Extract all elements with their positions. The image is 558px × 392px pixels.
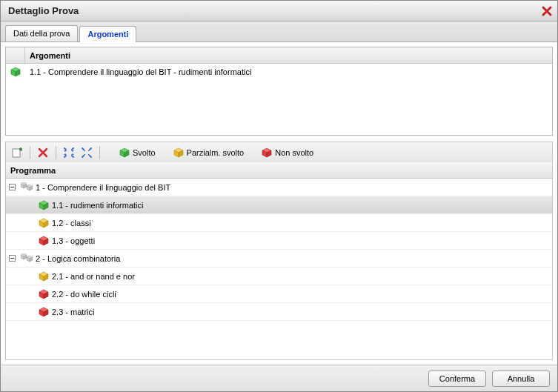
- window-title: Dettaglio Prova: [8, 5, 541, 16]
- legend-label: Non svolto: [275, 148, 313, 157]
- status-cube-icon: [39, 236, 49, 246]
- status-cube-icon: [39, 218, 49, 228]
- confirm-button[interactable]: Conferma: [428, 371, 486, 387]
- separator: [56, 146, 56, 159]
- group-icon: [21, 253, 33, 264]
- col-header-argomenti: Argomenti: [25, 47, 552, 63]
- program-header: Programma: [5, 162, 553, 179]
- legend-label: Svolto: [133, 148, 156, 157]
- tree-toggle-icon[interactable]: [9, 184, 18, 190]
- svg-rect-3: [13, 149, 20, 157]
- status-cube-icon: [39, 289, 49, 299]
- tree-node-label: 1.3 - oggetti: [52, 236, 95, 245]
- argomenti-table-header: Argomenti: [6, 47, 552, 64]
- window: Dettaglio Prova Dati della prova Argomen…: [0, 0, 558, 392]
- tree-row[interactable]: 1 - Comprendere il linguaggio del BIT: [6, 179, 552, 196]
- titlebar: Dettaglio Prova: [1, 1, 557, 21]
- tree-row[interactable]: 1.3 - oggetti: [6, 232, 552, 250]
- tree-toggle-icon[interactable]: [9, 255, 18, 262]
- content-area: Argomenti 1.1 - Comprendere il linguaggi…: [1, 42, 557, 365]
- legend-non-svolto: Non svolto: [262, 147, 313, 158]
- status-cube-icon: [39, 307, 49, 317]
- legend-parzialmente-svolto: Parzialm. svolto: [173, 147, 245, 158]
- group-icon: [21, 182, 33, 193]
- status-cube-icon: [39, 271, 49, 282]
- tree-node-label: 1.1 - rudimenti informatici: [52, 201, 144, 210]
- legend-svolto: Svolto: [119, 147, 156, 158]
- tree-row[interactable]: 1.1 - rudimenti informatici: [6, 196, 552, 214]
- status-cube-icon: [39, 200, 49, 210]
- tree-row[interactable]: 2.1 - and or nand e nor: [6, 268, 552, 285]
- argomenti-table: Argomenti 1.1 - Comprendere il linguaggi…: [5, 47, 553, 136]
- tree-node-label: 2.1 - and or nand e nor: [52, 272, 135, 281]
- tree-row[interactable]: 2.3 - matrici: [6, 303, 552, 321]
- tree-node-label: 2.3 - matrici: [52, 308, 94, 316]
- cube-red-icon: [262, 147, 272, 158]
- expand-all-button[interactable]: [62, 146, 76, 159]
- tree-row[interactable]: 1.2 - classi: [6, 214, 552, 232]
- tree-node-label: 2 - Logica combinatoria: [36, 254, 120, 263]
- delete-button[interactable]: [36, 146, 50, 159]
- tab-dati-della-prova[interactable]: Dati della prova: [5, 25, 78, 41]
- program-tree: 1 - Comprendere il linguaggio del BIT1.1…: [5, 179, 553, 360]
- add-button[interactable]: [10, 146, 24, 159]
- tree-node-label: 1 - Comprendere il linguaggio del BIT: [36, 183, 170, 192]
- program-toolbar: Svolto Parzialm. svolto: [5, 142, 553, 162]
- col-header-icon: [6, 47, 25, 63]
- collapse-all-button[interactable]: [80, 146, 93, 159]
- table-row[interactable]: 1.1 - Comprendere il linguaggio del BIT …: [6, 64, 552, 80]
- tab-argomenti[interactable]: Argomenti: [79, 26, 136, 42]
- cube-yellow-icon: [173, 147, 184, 158]
- tree-row[interactable]: 2 - Logica combinatoria: [6, 250, 552, 268]
- cancel-button[interactable]: Annulla: [492, 371, 550, 387]
- tree-node-label: 2.2 - do while cicli: [52, 290, 116, 299]
- close-icon[interactable]: [541, 5, 553, 17]
- separator: [99, 146, 100, 159]
- tab-bar: Dati della prova Argomenti: [1, 21, 557, 42]
- tree-node-label: 1.2 - classi: [52, 219, 91, 227]
- status-cube-icon: [6, 64, 25, 80]
- tree-row[interactable]: 2.2 - do while cicli: [6, 285, 552, 303]
- row-text: 1.1 - Comprendere il linguaggio del BIT …: [25, 64, 552, 80]
- separator: [30, 146, 30, 159]
- footer: Conferma Annulla: [1, 365, 557, 391]
- legend-label: Parzialm. svolto: [187, 148, 245, 157]
- cube-green-icon: [119, 147, 130, 158]
- argomenti-table-body: 1.1 - Comprendere il linguaggio del BIT …: [6, 64, 552, 135]
